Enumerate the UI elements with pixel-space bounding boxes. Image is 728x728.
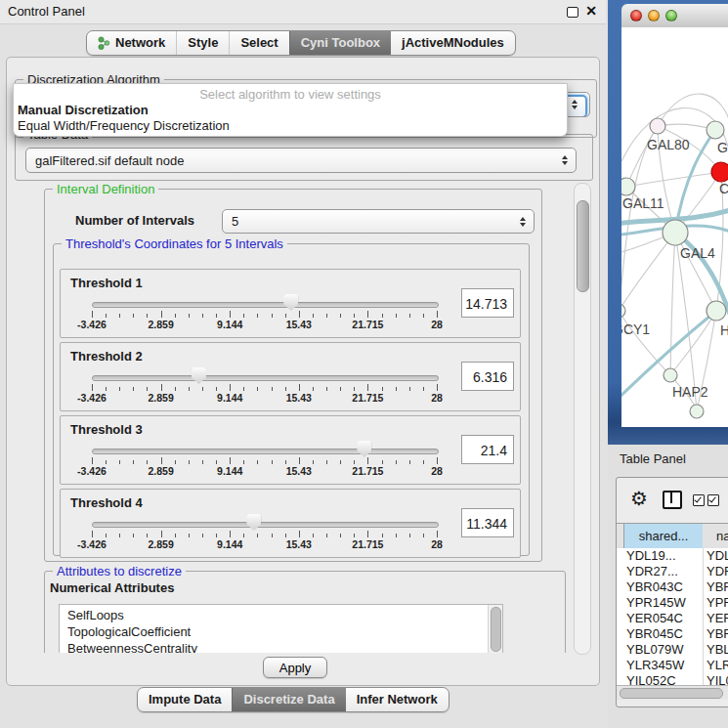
cell-name: YDR2 xyxy=(707,564,728,579)
tick-mark xyxy=(202,387,203,391)
network-node[interactable] xyxy=(663,220,688,245)
tick-label: 21.715 xyxy=(352,319,383,330)
cell-shared-name: YBR043C xyxy=(626,579,683,595)
network-node[interactable] xyxy=(711,162,728,182)
tick-mark xyxy=(257,460,258,464)
slider-thumb[interactable] xyxy=(357,441,371,457)
tick-mark xyxy=(396,387,397,391)
close-traffic-light[interactable] xyxy=(630,10,642,21)
algorithm-option-manual[interactable]: Manual Discretization xyxy=(18,103,149,117)
column-header-name[interactable]: na xyxy=(703,524,728,549)
threshold-value-field[interactable]: 11.344 xyxy=(461,508,514,537)
threshold-value-field[interactable]: 21.4 xyxy=(461,435,514,464)
network-icon xyxy=(98,36,110,50)
tick-mark xyxy=(161,384,162,391)
right-region: GAL80GACGAL11GAL4GCY1HHAP2 Table Panel ⚙… xyxy=(608,0,728,728)
list-item[interactable]: BetweennessCentrality xyxy=(60,640,502,653)
network-node[interactable] xyxy=(621,304,625,318)
cell-name: YBR0 xyxy=(707,579,728,595)
gear-icon[interactable]: ⚙ xyxy=(630,486,648,511)
algorithm-option-equal-width[interactable]: Equal Width/Frequency Discretization xyxy=(18,118,230,133)
slider-thumb[interactable] xyxy=(192,367,206,384)
table-row[interactable]: YBL079WYBL0 xyxy=(617,642,728,658)
float-window-icon[interactable] xyxy=(567,7,578,18)
network-node-label: H xyxy=(720,322,728,338)
threshold-value-field[interactable]: 6.316 xyxy=(461,362,514,391)
slider-track[interactable] xyxy=(92,449,439,454)
tab-discretize-data[interactable]: Discretize Data xyxy=(232,688,345,711)
network-node[interactable] xyxy=(650,118,665,134)
table-row[interactable]: YBR045CYBR0 xyxy=(617,626,728,642)
table-row[interactable]: YER054CYER0 xyxy=(617,611,728,626)
checkbox-icon[interactable] xyxy=(693,494,705,506)
attributes-group-title: Attributes to discretize xyxy=(53,564,186,578)
slider-track[interactable] xyxy=(92,375,439,381)
slider-track[interactable] xyxy=(92,302,439,308)
tab-select[interactable]: Select xyxy=(229,31,288,55)
tab-jactivemnodules[interactable]: jActiveMNodules xyxy=(391,31,515,55)
thresholds-group: Threshold's Coordinates for 5 Intervals … xyxy=(53,243,530,556)
list-item[interactable]: TopologicalCoefficient xyxy=(60,623,502,640)
threshold-value-field[interactable]: 14.713 xyxy=(461,288,514,318)
tick-mark xyxy=(299,457,300,464)
tick-mark xyxy=(285,460,286,464)
table-row[interactable]: YDL19...YDL1 xyxy=(617,548,728,564)
tick-mark xyxy=(285,314,286,318)
slider-thumb[interactable] xyxy=(246,514,261,531)
number-of-intervals-label: Number of Intervals xyxy=(75,213,194,228)
tick-mark xyxy=(396,534,397,537)
tab-impute-data[interactable]: Impute Data xyxy=(138,688,232,711)
checkbox-icon[interactable] xyxy=(707,494,719,506)
slider-track[interactable] xyxy=(92,522,439,528)
list-scrollbar-thumb[interactable] xyxy=(491,607,501,652)
table-row[interactable]: YDR27...YDR2 xyxy=(617,564,728,579)
tick-mark xyxy=(285,387,286,391)
slider-tick-labels: -3.4262.8599.14415.4321.71528 xyxy=(92,319,437,330)
tab-network[interactable]: Network xyxy=(87,31,176,55)
tick-mark xyxy=(243,314,244,318)
tick-mark xyxy=(382,534,383,537)
panel-scrollbar-thumb[interactable] xyxy=(577,200,589,292)
tick-mark xyxy=(340,534,341,537)
minimize-traffic-light[interactable] xyxy=(648,10,660,21)
table-data-combo[interactable]: galFiltered.sif default node xyxy=(25,148,577,173)
cell-name: YLR3 xyxy=(707,658,728,673)
tick-label: -3.426 xyxy=(77,319,107,330)
close-icon[interactable]: ✕ xyxy=(585,3,597,19)
slider-ruler xyxy=(92,456,437,464)
tab-cyni-toolbox-label: Cyni Toolbox xyxy=(301,31,380,55)
slider-thumb[interactable] xyxy=(283,294,298,311)
tab-infer-network[interactable]: Infer Network xyxy=(346,688,449,711)
tick-mark xyxy=(272,534,273,537)
network-window-titlebar[interactable] xyxy=(621,4,728,28)
table-row[interactable]: YBR043CYBR0 xyxy=(617,579,728,595)
network-node[interactable] xyxy=(621,178,635,195)
network-node-label: GAL11 xyxy=(622,195,664,211)
network-node[interactable] xyxy=(664,368,677,382)
tab-style[interactable]: Style xyxy=(176,31,229,55)
table-row[interactable]: YLR345WYLR3 xyxy=(617,658,728,673)
panel-scrollbar[interactable] xyxy=(574,183,591,655)
column-header-shared-name[interactable]: shared... xyxy=(623,524,704,549)
zoom-traffic-light[interactable] xyxy=(665,10,677,21)
list-scrollbar[interactable] xyxy=(488,605,502,653)
tick-mark xyxy=(354,314,355,318)
horizontal-scrollbar[interactable] xyxy=(617,685,728,700)
apply-button[interactable]: Apply xyxy=(263,657,327,678)
tick-mark xyxy=(340,314,341,318)
columns-icon[interactable] xyxy=(663,491,682,509)
network-node[interactable] xyxy=(690,405,704,418)
tick-mark xyxy=(106,460,107,464)
number-of-intervals-combo[interactable]: 5 xyxy=(222,209,535,234)
network-node[interactable] xyxy=(707,301,726,321)
network-node[interactable] xyxy=(707,121,724,139)
network-view[interactable]: GAL80GACGAL11GAL4GCY1HHAP2 xyxy=(621,27,728,427)
table-row[interactable]: YPR145WYPR1 xyxy=(617,595,728,611)
numerical-attributes-list[interactable]: SelfLoops TopologicalCoefficient Between… xyxy=(59,604,503,653)
tick-label: 9.144 xyxy=(217,465,242,477)
list-item[interactable]: SelfLoops xyxy=(60,607,502,623)
network-canvas[interactable]: GAL80GACGAL11GAL4GCY1HHAP2 xyxy=(621,27,728,427)
tick-mark xyxy=(119,387,120,391)
horizontal-scrollbar-thumb[interactable] xyxy=(620,688,723,699)
tab-cyni-toolbox[interactable]: Cyni Toolbox xyxy=(289,31,391,55)
